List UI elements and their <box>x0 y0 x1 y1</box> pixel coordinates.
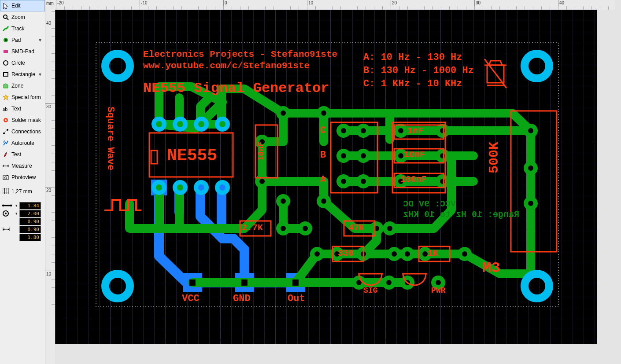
svg-point-47 <box>359 176 368 186</box>
silk-side[interactable]: Square Wave <box>105 107 116 170</box>
tool-label: Track <box>11 26 25 32</box>
svg-point-39 <box>300 224 310 233</box>
silk-c3[interactable]: 100nF <box>400 174 427 184</box>
param-size-a[interactable]: 0.90 <box>1 225 44 233</box>
tool-label: Zoom <box>11 14 25 20</box>
svg-rect-74 <box>151 151 157 164</box>
silk-sel-b[interactable]: B <box>320 150 326 161</box>
mask-icon <box>3 117 9 123</box>
silk-sig[interactable]: SIG <box>363 286 377 295</box>
param-size-b[interactable]: 1.80 <box>1 233 44 241</box>
silk-out[interactable]: Out <box>288 293 305 304</box>
param-track-width[interactable]: ▾ 1.84 <box>1 202 44 210</box>
silk-pot[interactable]: 500K <box>487 142 502 173</box>
parameter-panel: ▾ 1.84 ▾ 2.00 0.90 0.90 1.80 <box>0 200 45 241</box>
tool-label: Zone <box>11 83 23 89</box>
pad-icon <box>3 37 9 43</box>
tool-mask[interactable]: Solder mask <box>0 114 45 126</box>
ruler-horizontal[interactable]: mm -20-10010203040 <box>45 0 615 10</box>
tool-palette: EditZoomTrackPad▾SMD-PadCircleRectangle▾… <box>0 0 45 364</box>
tool-text[interactable]: abText <box>0 103 45 114</box>
silk-back1[interactable]: VCC: 9V DC <box>403 199 456 209</box>
svg-point-22 <box>105 54 130 78</box>
svg-point-59 <box>389 249 399 259</box>
svg-point-55 <box>385 224 395 233</box>
silk-pwr[interactable]: PWR <box>431 286 445 295</box>
silk-range-a[interactable]: A: 10 Hz - 130 Hz <box>363 52 462 63</box>
tool-label: SMD-Pad <box>11 48 34 55</box>
silk-cx[interactable]: 10nF <box>257 142 266 161</box>
svg-point-51 <box>438 151 447 161</box>
conn-icon <box>3 129 9 135</box>
silk-title[interactable]: NE555 Signal Generator <box>143 80 329 96</box>
silk-range-b[interactable]: B: 130 Hz - 1000 Hz <box>363 65 474 76</box>
silk-c2[interactable]: 10nF <box>404 150 425 160</box>
ruler-vertical[interactable]: 40302010 <box>45 10 55 364</box>
cursor-icon <box>3 3 9 9</box>
track-width-icon <box>1 202 13 209</box>
grid-value: 1,27 mm <box>11 188 32 195</box>
svg-point-56 <box>312 249 322 259</box>
tool-photo[interactable]: Photoview <box>0 172 45 183</box>
silk-r3[interactable]: 330 <box>338 248 354 258</box>
silk-r4[interactable]: 1K <box>428 248 438 258</box>
silk-range-c[interactable]: C: 1 KHz - 10 KHz <box>363 78 462 89</box>
tool-label: Rectangle <box>11 71 35 77</box>
tool-rect[interactable]: Rectangle▾ <box>0 69 45 80</box>
tool-label: Autoroute <box>11 140 34 146</box>
svg-point-41 <box>278 196 288 206</box>
zoom-icon <box>3 14 9 20</box>
tool-label: Connections <box>11 129 41 135</box>
tool-zone[interactable]: Zone <box>0 80 45 92</box>
tool-smd[interactable]: SMD-Pad <box>0 46 45 57</box>
silk-back2[interactable]: Range: 10 Hz to 10 KHz <box>403 210 519 220</box>
grid-icon <box>3 188 9 195</box>
tool-special[interactable]: Special form <box>0 92 45 103</box>
silk-c1[interactable]: 1nF <box>407 126 423 136</box>
canvas-viewport[interactable]: Electronics Projects - Stefano91ste www.… <box>55 10 621 364</box>
work-area: mm -20-10010203040 40302010 <box>45 0 621 364</box>
silk-sel-c[interactable]: C <box>320 125 326 136</box>
tool-zoom[interactable]: Zoom <box>0 11 45 23</box>
svg-point-49 <box>438 126 447 136</box>
silk-chip[interactable]: NE555 <box>167 146 217 165</box>
silk-header2[interactable]: www.youtube.com/c/Stefano91ste <box>143 61 310 71</box>
tool-cursor[interactable]: Edit <box>0 0 45 11</box>
tool-track[interactable]: Track <box>0 23 45 34</box>
silk-vcc[interactable]: VCC <box>182 293 200 304</box>
silk-gnd[interactable]: GND <box>233 293 251 304</box>
silk-r2[interactable]: 47K <box>348 223 364 233</box>
size-icon <box>1 226 13 233</box>
svg-point-46 <box>339 176 348 186</box>
tool-auto[interactable]: AAutoroute <box>0 137 45 149</box>
tool-label: Circle <box>11 60 25 66</box>
svg-point-44 <box>339 151 348 161</box>
tool-test[interactable]: Test <box>0 149 45 160</box>
tool-circle[interactable]: Circle <box>0 57 45 69</box>
silk-header1[interactable]: Electronics Projects - Stefano91ste <box>143 49 337 59</box>
text-icon: ab <box>3 106 9 112</box>
rect-icon <box>3 71 9 77</box>
pcb-board[interactable]: Electronics Projects - Stefano91ste www.… <box>55 10 597 344</box>
silk-r1[interactable]: 2.7K <box>242 223 263 233</box>
param-pad-outer[interactable]: ▾ 2.00 <box>1 210 44 217</box>
chevron-down-icon: ▾ <box>14 203 18 208</box>
tool-conn[interactable]: Connections <box>0 126 45 137</box>
circle-icon <box>3 60 9 66</box>
grid-setting[interactable]: 1,27 mm <box>0 186 45 197</box>
svg-rect-72 <box>292 279 299 286</box>
silk-mount[interactable]: M3 <box>482 260 500 276</box>
svg-point-0 <box>4 15 7 18</box>
special-icon <box>3 94 9 100</box>
svg-point-35 <box>319 108 329 118</box>
tool-pad[interactable]: Pad▾ <box>0 34 45 46</box>
measure-icon <box>3 163 9 169</box>
silk-sel-a[interactable]: A <box>320 174 326 185</box>
track-icon <box>3 26 9 32</box>
tool-measure[interactable]: Measure <box>0 160 45 172</box>
param-pad-inner[interactable]: 0.90 <box>1 217 44 225</box>
svg-text:ab: ab <box>3 106 7 112</box>
zone-icon <box>3 83 9 89</box>
svg-point-62 <box>460 249 469 259</box>
svg-point-67 <box>526 126 536 136</box>
